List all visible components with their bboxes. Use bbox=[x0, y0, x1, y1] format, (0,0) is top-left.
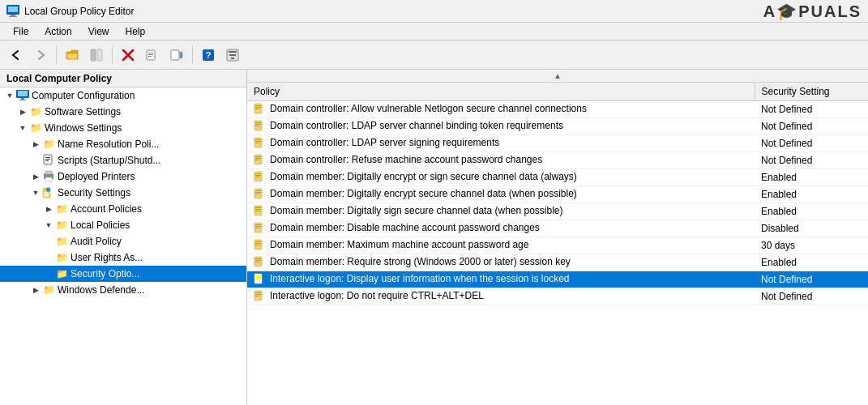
svg-rect-10 bbox=[148, 54, 153, 55]
policy-row-icon bbox=[254, 103, 267, 116]
expand-computer-config[interactable]: ▼ bbox=[3, 89, 16, 102]
expand-account[interactable]: ▶ bbox=[42, 202, 55, 215]
scroll-up-arrow: ▲ bbox=[554, 71, 562, 80]
policy-cell: Domain member: Digitally encrypt or sign… bbox=[247, 169, 755, 186]
forward-button[interactable] bbox=[29, 44, 52, 66]
policy-cell: Domain member: Digitally encrypt secure … bbox=[247, 186, 755, 203]
policy-name-text: Domain member: Maximum machine account p… bbox=[270, 239, 528, 250]
computer-config-label: Computer Configuration bbox=[32, 90, 135, 101]
toolbar-sep-1 bbox=[56, 46, 57, 64]
tree-node-computer-config[interactable]: ▼ Computer Configuration bbox=[0, 87, 246, 104]
tree-node-windows-defender[interactable]: ▶ 📁 Windows Defende... bbox=[0, 282, 246, 298]
policy-column-header[interactable]: Policy bbox=[247, 83, 755, 101]
menu-bar: File Action View Help bbox=[0, 23, 868, 40]
properties-button[interactable] bbox=[141, 44, 164, 66]
security-options-label: Security Optio... bbox=[71, 268, 139, 279]
scripts-icon bbox=[42, 154, 55, 167]
windows-defender-label: Windows Defende... bbox=[58, 284, 144, 296]
table-row[interactable]: Interactive logon: Do not require CTRL+A… bbox=[247, 288, 868, 305]
folder-icon-windows: 📁 bbox=[29, 122, 42, 134]
security-column-header[interactable]: Security Setting bbox=[755, 83, 868, 101]
svg-rect-55 bbox=[255, 192, 261, 193]
svg-rect-76 bbox=[255, 279, 259, 279]
folder-icon-name-res: 📁 bbox=[42, 138, 55, 151]
svg-rect-21 bbox=[18, 91, 28, 96]
tree-node-software-settings[interactable]: ▶ 📁 Software Settings bbox=[0, 104, 246, 120]
svg-rect-39 bbox=[255, 124, 261, 125]
menu-view[interactable]: View bbox=[82, 24, 116, 39]
help-button[interactable]: ? bbox=[197, 44, 220, 66]
folder-button[interactable] bbox=[61, 44, 83, 66]
expand-windows[interactable]: ▼ bbox=[16, 122, 29, 134]
folder-icon-software: 📁 bbox=[29, 105, 42, 118]
tree-node-scripts[interactable]: Scripts (Startup/Shutd... bbox=[0, 152, 246, 168]
svg-rect-44 bbox=[255, 143, 259, 143]
expand-printers[interactable]: ▶ bbox=[29, 170, 42, 183]
scripts-label: Scripts (Startup/Shutd... bbox=[58, 155, 160, 166]
tree-node-audit-policy[interactable]: 📁 Audit Policy bbox=[0, 233, 246, 249]
tree-node-local-policies[interactable]: ▼ 📁 Local Policies bbox=[0, 217, 246, 233]
tree-content[interactable]: ▼ Computer Configuration ▶ 📁 Software Se… bbox=[0, 87, 246, 405]
tree-node-security-options[interactable]: 📁 Security Optio... bbox=[0, 266, 246, 282]
expand-defender[interactable]: ▶ bbox=[29, 284, 42, 296]
svg-rect-56 bbox=[255, 194, 259, 194]
delete-button[interactable] bbox=[117, 44, 139, 66]
tree-node-account-policies[interactable]: ▶ 📁 Account Policies bbox=[0, 201, 246, 217]
svg-rect-42 bbox=[255, 139, 261, 140]
svg-rect-4 bbox=[91, 49, 96, 61]
tree-node-user-rights[interactable]: 📁 User Rights As... bbox=[0, 249, 246, 266]
folder-icon-account: 📁 bbox=[55, 202, 68, 215]
policy-row-icon bbox=[254, 188, 267, 201]
svg-rect-63 bbox=[255, 226, 261, 227]
security-setting-cell: Disabled bbox=[755, 220, 868, 237]
table-row[interactable]: Interactive logon: Display user informat… bbox=[247, 271, 868, 288]
tree-node-name-resolution[interactable]: ▶ 📁 Name Resolution Poli... bbox=[0, 136, 246, 152]
filter-button[interactable] bbox=[221, 44, 244, 66]
table-row[interactable]: Domain member: Digitally encrypt secure … bbox=[247, 186, 868, 203]
back-button[interactable] bbox=[5, 44, 28, 66]
tree-node-security-settings[interactable]: ▼ Security Settings bbox=[0, 185, 246, 201]
svg-rect-1 bbox=[8, 6, 18, 12]
policy-cell: Interactive logon: Display user informat… bbox=[247, 271, 755, 288]
table-row[interactable]: Domain controller: LDAP server signing r… bbox=[247, 135, 868, 152]
table-row[interactable]: Domain member: Disable machine account p… bbox=[247, 220, 868, 237]
folder-icon-security-options: 📁 bbox=[55, 267, 68, 280]
menu-action[interactable]: Action bbox=[38, 24, 78, 39]
table-row[interactable]: Domain member: Require strong (Windows 2… bbox=[247, 254, 868, 271]
table-row[interactable]: Domain controller: Allow vulnerable Netl… bbox=[247, 101, 868, 118]
menu-file[interactable]: File bbox=[6, 24, 35, 39]
tree-node-deployed-printers[interactable]: ▶ Deployed Printers bbox=[0, 168, 246, 185]
policy-row-icon bbox=[254, 171, 267, 184]
svg-rect-66 bbox=[255, 241, 261, 242]
policy-table[interactable]: Policy Security Setting Domain controlle… bbox=[247, 83, 868, 405]
menu-help[interactable]: Help bbox=[119, 24, 152, 39]
show-hide-button[interactable] bbox=[85, 44, 108, 66]
table-row[interactable]: Domain member: Digitally encrypt or sign… bbox=[247, 169, 868, 186]
export-button[interactable] bbox=[165, 44, 188, 66]
policy-name-text: Domain member: Disable machine account p… bbox=[270, 222, 540, 233]
expand-security[interactable]: ▼ bbox=[29, 186, 42, 199]
table-row[interactable]: Domain controller: Refuse machine accoun… bbox=[247, 152, 868, 169]
scroll-indicator: ▲ bbox=[247, 70, 868, 83]
policy-row-icon bbox=[254, 273, 267, 286]
expand-name-res[interactable]: ▶ bbox=[29, 138, 42, 151]
apuuls-logo: A🎓PUALS bbox=[763, 2, 862, 21]
policy-row-icon bbox=[254, 120, 267, 133]
expand-software[interactable]: ▶ bbox=[16, 105, 29, 118]
policy-cell: Interactive logon: Do not require CTRL+A… bbox=[247, 288, 755, 305]
security-setting-cell: Enabled bbox=[755, 203, 868, 220]
expand-local[interactable]: ▼ bbox=[42, 219, 55, 232]
table-row[interactable]: Domain member: Digitally sign secure cha… bbox=[247, 203, 868, 220]
tree-node-windows-settings[interactable]: ▼ 📁 Windows Settings bbox=[0, 120, 246, 136]
security-setting-cell: Enabled bbox=[755, 254, 868, 271]
svg-rect-64 bbox=[255, 228, 259, 228]
policy-cell: Domain member: Require strong (Windows 2… bbox=[247, 254, 755, 271]
svg-rect-34 bbox=[255, 105, 261, 106]
toolbar: ? bbox=[0, 40, 868, 70]
svg-rect-13 bbox=[180, 52, 182, 58]
table-row[interactable]: Domain member: Maximum machine account p… bbox=[247, 237, 868, 254]
svg-rect-62 bbox=[255, 224, 261, 225]
security-settings-icon bbox=[42, 186, 55, 199]
table-row[interactable]: Domain controller: LDAP server channel b… bbox=[247, 118, 868, 135]
svg-rect-36 bbox=[255, 109, 259, 109]
